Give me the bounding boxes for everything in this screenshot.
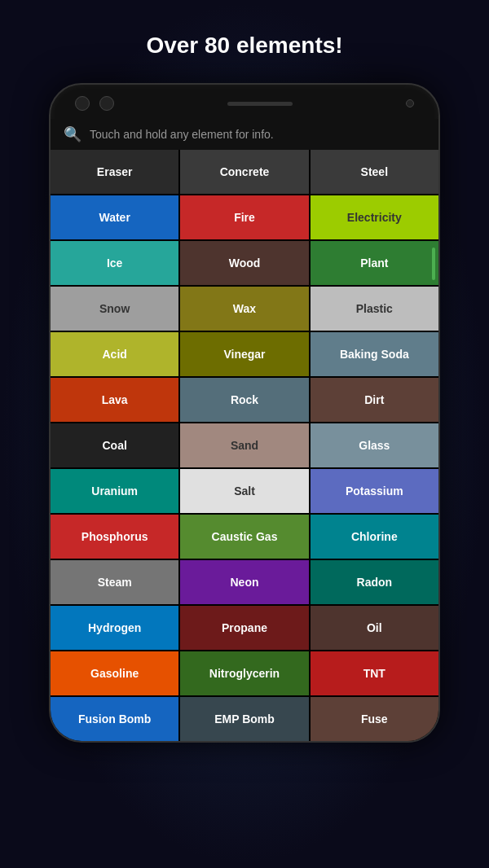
element-cell[interactable]: Plastic xyxy=(311,287,438,331)
element-cell[interactable]: Phosphorus xyxy=(51,515,178,559)
speaker-bar xyxy=(227,102,293,106)
element-cell[interactable]: Baking Soda xyxy=(311,332,438,376)
mic-dot xyxy=(406,99,414,107)
phone-frame: 🔍 Touch and hold any element for info. E… xyxy=(49,83,440,743)
element-cell[interactable]: Dirt xyxy=(311,378,438,422)
element-cell[interactable]: Chlorine xyxy=(311,515,438,559)
element-cell[interactable]: Radon xyxy=(311,560,438,604)
camera-left xyxy=(75,96,90,111)
element-cell[interactable]: Plant xyxy=(311,241,438,285)
element-cell[interactable]: Sand xyxy=(180,423,308,467)
element-cell[interactable]: Lava xyxy=(51,378,178,422)
element-cell[interactable]: Fuse xyxy=(311,697,438,741)
camera-group xyxy=(75,96,114,111)
search-placeholder: Touch and hold any element for info. xyxy=(90,128,274,141)
element-cell[interactable]: Potassium xyxy=(311,469,438,513)
element-cell[interactable]: Fire xyxy=(180,195,308,239)
camera-right xyxy=(99,96,114,111)
element-cell[interactable]: Steel xyxy=(311,150,438,194)
elements-grid: EraserConcreteSteelWaterFireElectricityI… xyxy=(51,150,438,741)
element-cell[interactable]: Fusion Bomb xyxy=(51,697,178,741)
element-cell[interactable]: Ice xyxy=(51,241,178,285)
element-cell[interactable]: Acid xyxy=(51,332,178,376)
element-cell[interactable]: Nitroglycerin xyxy=(180,651,308,695)
page-title: Over 80 elements! xyxy=(146,33,342,58)
search-icon: 🔍 xyxy=(64,125,82,143)
element-cell[interactable]: Salt xyxy=(180,469,308,513)
element-cell[interactable]: Snow xyxy=(51,287,178,331)
element-cell[interactable]: Hydrogen xyxy=(51,606,178,650)
element-cell[interactable]: Eraser xyxy=(51,150,178,194)
element-cell[interactable]: Propane xyxy=(180,606,308,650)
scrollbar-indicator xyxy=(432,248,435,280)
element-cell[interactable]: Wood xyxy=(180,241,308,285)
element-cell[interactable]: Rock xyxy=(180,378,308,422)
element-cell[interactable]: Electricity xyxy=(311,195,438,239)
element-cell[interactable]: Vinegar xyxy=(180,332,308,376)
element-cell[interactable]: EMP Bomb xyxy=(180,697,308,741)
element-cell[interactable]: Water xyxy=(51,195,178,239)
element-cell[interactable]: Wax xyxy=(180,287,308,331)
search-bar[interactable]: 🔍 Touch and hold any element for info. xyxy=(51,119,438,150)
element-cell[interactable]: Neon xyxy=(180,560,308,604)
element-cell[interactable]: Glass xyxy=(311,423,438,467)
phone-top-bar xyxy=(51,85,438,119)
element-cell[interactable]: Uranium xyxy=(51,469,178,513)
element-cell[interactable]: Steam xyxy=(51,560,178,604)
element-cell[interactable]: Caustic Gas xyxy=(180,515,308,559)
element-cell[interactable]: Oil xyxy=(311,606,438,650)
element-cell[interactable]: TNT xyxy=(311,651,438,695)
element-cell[interactable]: Concrete xyxy=(180,150,308,194)
element-cell[interactable]: Gasoline xyxy=(51,651,178,695)
element-cell[interactable]: Coal xyxy=(51,423,178,467)
